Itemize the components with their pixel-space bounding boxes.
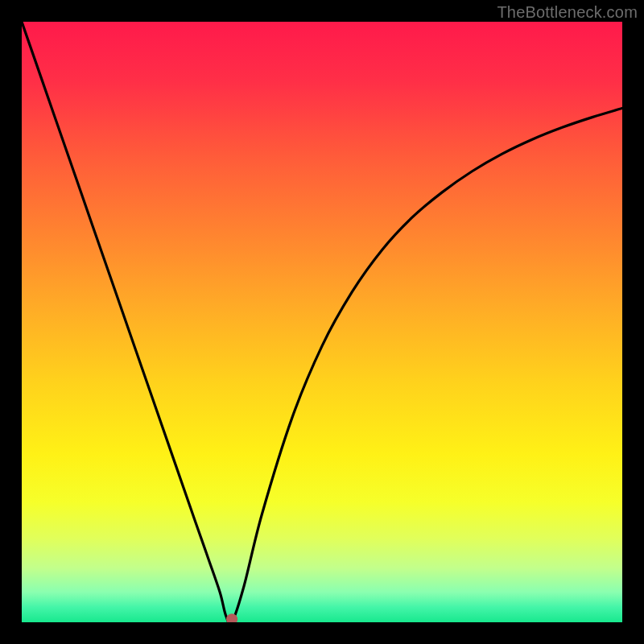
- plot-area: [22, 22, 622, 622]
- chart-frame: TheBottleneck.com: [0, 0, 644, 644]
- bottleneck-chart: [22, 22, 622, 622]
- watermark-text: TheBottleneck.com: [497, 3, 638, 22]
- gradient-background: [22, 22, 622, 622]
